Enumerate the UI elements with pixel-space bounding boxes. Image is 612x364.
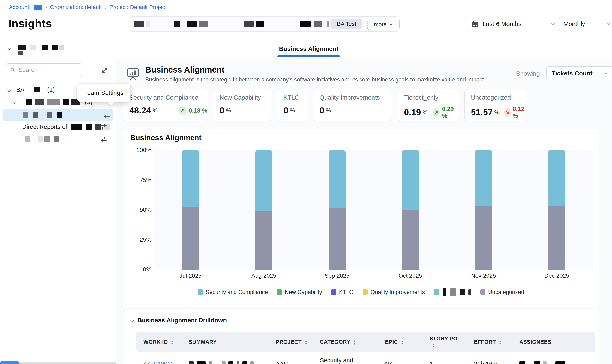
legend-item[interactable]: Security and Compliance	[198, 289, 268, 295]
filter-chip-redacted[interactable]	[244, 21, 264, 27]
team-settings-icon[interactable]	[103, 112, 110, 118]
chevron-down-icon	[551, 22, 556, 26]
drilldown-header[interactable]: Business Alignment Drilldown	[130, 317, 599, 324]
metric-label: KTLO	[283, 94, 307, 101]
legend-item[interactable]: KTLO	[331, 289, 354, 295]
column-header-category[interactable]: CATEGORY▲▼	[313, 332, 378, 352]
breadcrumb-account-link[interactable]: Account:	[9, 4, 31, 11]
project-cell: AAP	[269, 352, 313, 364]
tree-root-label: BA	[16, 86, 24, 93]
insights-page: Account: › Organization: default › Proje…	[0, 0, 612, 364]
redacted-team-selector[interactable]	[18, 45, 64, 51]
legend-item[interactable]: Quality Improvements	[363, 289, 425, 295]
tooltip-label: Team Settings	[84, 89, 123, 96]
search-icon	[10, 67, 15, 73]
bar-segment-uncategorized[interactable]	[402, 210, 419, 270]
sidebar-scrollbar-thumb[interactable]	[0, 361, 19, 364]
sort-icon: ▲▼	[401, 340, 404, 345]
breadcrumb-project-link[interactable]: Project: Default Project	[110, 4, 167, 11]
column-header-project[interactable]: PROJECT▲▼	[269, 332, 313, 352]
date-range-dropdown[interactable]: Last 6 Months	[466, 17, 561, 31]
calendar-icon	[471, 20, 478, 27]
breadcrumb-organization-link[interactable]: Organization: default	[50, 4, 102, 11]
legend-label: Uncategorized	[488, 289, 524, 295]
metric-card-uncategorized: Uncategorized 51.57 % ↘ 0.12 %	[464, 89, 527, 121]
tab-business-alignment[interactable]: Business Alignment	[279, 45, 338, 52]
metric-unit: %	[153, 107, 158, 114]
team-settings-icon[interactable]	[100, 124, 107, 130]
bar-segment-uncategorized[interactable]	[548, 206, 565, 270]
active-tab-indicator	[278, 55, 340, 57]
effort-cell: 22h 16m	[467, 352, 512, 364]
x-tick-label: Jul 2025	[170, 273, 211, 279]
bar-segment-security-and-compliance[interactable]	[255, 150, 272, 211]
x-tick-label: Nov 2025	[463, 273, 504, 279]
column-header-assignees[interactable]: ASSIGNEES	[512, 332, 595, 352]
presentation-chart-icon	[127, 67, 139, 81]
work-id-link[interactable]: AAP-10011	[143, 361, 174, 364]
chevron-down-icon	[603, 71, 608, 76]
chart-title: Business Alignment	[130, 133, 202, 142]
ba-test-button[interactable]: BA Test	[331, 19, 362, 29]
column-header-epic[interactable]: EPIC▲▼	[378, 332, 422, 352]
more-dropdown[interactable]: more	[367, 19, 400, 30]
expand-icon[interactable]	[101, 66, 108, 74]
y-tick-label: 0%	[129, 266, 152, 273]
section-description: Business alignment is the strategic fit …	[145, 77, 485, 83]
toolbar-divider	[277, 18, 277, 30]
filter-chip-redacted[interactable]	[134, 21, 150, 27]
bar-segment-uncategorized[interactable]	[475, 206, 492, 270]
legend-label: Security and Compliance	[206, 289, 268, 295]
filter-chip-redacted[interactable]	[174, 21, 208, 27]
metric-unit: %	[494, 109, 499, 116]
column-header-summary[interactable]: SUMMARY	[182, 332, 269, 352]
bar-segment-security-and-compliance[interactable]	[548, 150, 565, 206]
legend-item[interactable]	[434, 288, 471, 296]
gridline	[154, 240, 593, 240]
sidebar-item-ba-root[interactable]: BA (1)	[7, 86, 55, 94]
metric-value: 0.19	[404, 107, 421, 117]
column-header-story-points[interactable]: STORY PO...▲▼	[422, 332, 467, 352]
granularity-dropdown[interactable]: Monthly	[558, 17, 612, 31]
bar-segment-uncategorized[interactable]	[255, 211, 272, 270]
bar-segment-uncategorized[interactable]	[182, 207, 199, 270]
sidebar-item-redacted[interactable]	[0, 135, 116, 143]
legend-item[interactable]: Uncategorized	[480, 289, 524, 295]
metric-unit: %	[226, 107, 231, 114]
date-range-value: Last 6 Months	[483, 20, 521, 27]
chart-plot	[154, 150, 593, 270]
chevron-down-icon	[7, 87, 12, 92]
chevron-down-icon	[389, 22, 393, 26]
legend-item[interactable]: New Capability	[277, 289, 322, 295]
story-points-cell: 1	[422, 352, 467, 364]
metric-card-quality-improvements: Quality Improvements 0 %	[313, 89, 392, 121]
search-box	[6, 64, 82, 77]
team-section-collapse[interactable]	[8, 46, 11, 51]
column-header-effort[interactable]: EFFORT▲▼	[467, 332, 512, 352]
bar-segment-security-and-compliance[interactable]	[329, 150, 346, 208]
chevron-down-icon	[129, 318, 134, 323]
table-header-row: WORK ID▲▼ SUMMARY PROJECT▲▼ CATEGORY▲▼ E…	[136, 332, 595, 352]
sidebar-item-direct-reports[interactable]: Direct Reports of	[0, 123, 116, 131]
showing-value: Tickets Count	[552, 70, 593, 77]
filter-chip-redacted[interactable]	[300, 21, 329, 27]
toolbar-divider	[168, 18, 168, 30]
bar-segment-security-and-compliance[interactable]	[182, 150, 199, 207]
page-title: Insights	[8, 17, 52, 30]
x-tick-label: Dec 2025	[536, 273, 577, 279]
search-input[interactable]	[18, 66, 78, 74]
y-tick-label: 25%	[129, 236, 152, 243]
showing-dropdown[interactable]: Tickets Count	[546, 66, 612, 80]
bar-segment-security-and-compliance[interactable]	[402, 150, 419, 210]
legend-swatch	[277, 289, 282, 295]
team-settings-icon[interactable]	[100, 136, 107, 143]
trend-down-icon: ↘	[504, 108, 511, 117]
metric-value: 0	[320, 105, 324, 116]
category-cell: Security and Complia...	[313, 352, 378, 364]
bar-segment-uncategorized[interactable]	[329, 208, 346, 270]
metric-card-new-capability: New Capability 0 %	[213, 89, 271, 121]
bar-segment-security-and-compliance[interactable]	[475, 150, 492, 206]
legend-label: KTLO	[339, 289, 354, 295]
sidebar-item-selected-team[interactable]	[3, 109, 113, 121]
column-header-work-id[interactable]: WORK ID▲▼	[136, 332, 182, 352]
